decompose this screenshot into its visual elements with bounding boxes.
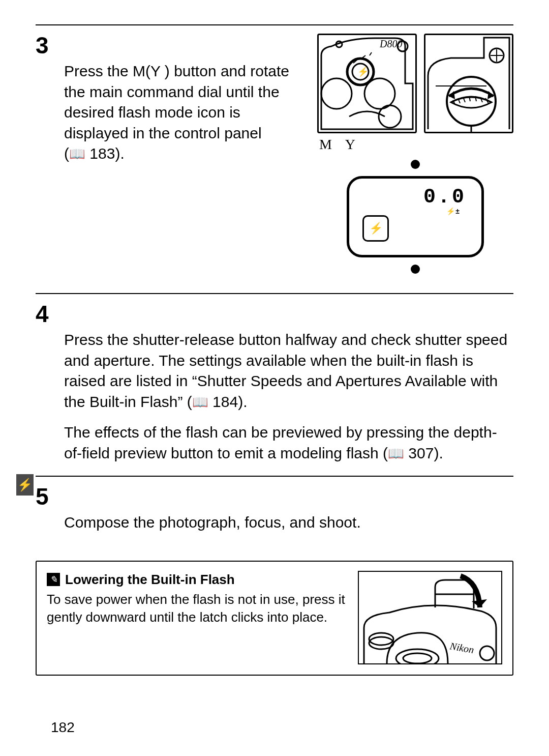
lcd-flash-mode-icon: ⚡	[362, 215, 389, 242]
step-4-heading: 4 Check exposure (shutter speed and aper…	[36, 302, 513, 326]
svg-point-6	[321, 78, 352, 109]
step-5-number: 5	[36, 485, 49, 508]
step-3-body: Press the M(Y ) button and rotate the ma…	[36, 61, 307, 164]
note-body: To save power when the flash is not in u…	[47, 591, 349, 626]
step-3-page-ref: 183).	[89, 145, 124, 162]
connector-dot-icon	[411, 160, 420, 169]
lcd-flash-comp-icon: ⚡±	[446, 207, 460, 215]
control-panel-figure: 0.0 ⚡± ⚡	[347, 176, 484, 257]
step-3-heading: 3 Choose a flash mode.	[36, 34, 307, 57]
svg-point-12	[403, 653, 432, 663]
step-5-body-text: Compose the photograph, focus, and shoot…	[64, 512, 513, 533]
lcd-value: 0.0	[423, 186, 466, 209]
step-5-heading: 5 Take the picture.	[36, 485, 513, 508]
book-icon: 📖	[192, 395, 208, 409]
page-number: 182	[51, 719, 75, 736]
svg-point-8	[379, 105, 401, 128]
step-4-body: Press the shutter-release button halfway…	[36, 330, 513, 463]
connector-dot-icon	[411, 265, 420, 274]
svg-text:⚡: ⚡	[357, 66, 369, 77]
step-4-p2-ref: 307).	[408, 445, 443, 461]
step-4-p1-ref: 184).	[212, 393, 247, 410]
camera-top-lineart-icon: D800 ⚡	[319, 35, 415, 132]
step-3: 3 Choose a flash mode. Press the M(Y ) b…	[36, 25, 513, 293]
svg-point-15	[480, 646, 494, 660]
step-3-number: 3	[36, 34, 49, 57]
note-text-column: ✎ Lowering the Built-in Flash To save po…	[47, 571, 349, 626]
camera-top-figure: D800 ⚡	[317, 34, 417, 153]
note-lowering-flash: ✎ Lowering the Built-in Flash To save po…	[36, 561, 513, 676]
command-dial-figure	[424, 34, 513, 133]
lower-flash-lineart-icon: Nikon	[359, 572, 501, 663]
step-4: 4 Check exposure (shutter speed and aper…	[36, 294, 513, 476]
svg-point-11	[396, 649, 439, 663]
svg-text:Nikon: Nikon	[448, 640, 475, 655]
svg-point-7	[364, 78, 395, 109]
book-icon: 📖	[69, 147, 85, 161]
step-4-number: 4	[36, 302, 49, 326]
book-icon: 📖	[388, 446, 404, 460]
note-pencil-icon: ✎	[47, 573, 60, 586]
manual-page: 3 Choose a flash mode. Press the M(Y ) b…	[0, 0, 549, 756]
step-3-text-column: 3 Choose a flash mode. Press the M(Y ) b…	[36, 34, 307, 281]
step-4-p1-text: Press the shutter-release button halfway…	[64, 331, 507, 410]
command-dial-lineart-icon	[425, 35, 512, 132]
note-camera-illustration: Nikon	[358, 571, 502, 664]
chapter-flash-tab-icon: ⚡	[16, 474, 34, 496]
step-5: 5 Take the picture. Compose the photogra…	[36, 477, 513, 545]
flash-button-label: M Y	[319, 136, 417, 153]
step-3-figures: D800 ⚡	[317, 34, 513, 281]
note-title: Lowering the Built-in Flash	[65, 571, 235, 589]
step-5-body: Compose the photograph, focus, and shoot…	[36, 512, 513, 533]
